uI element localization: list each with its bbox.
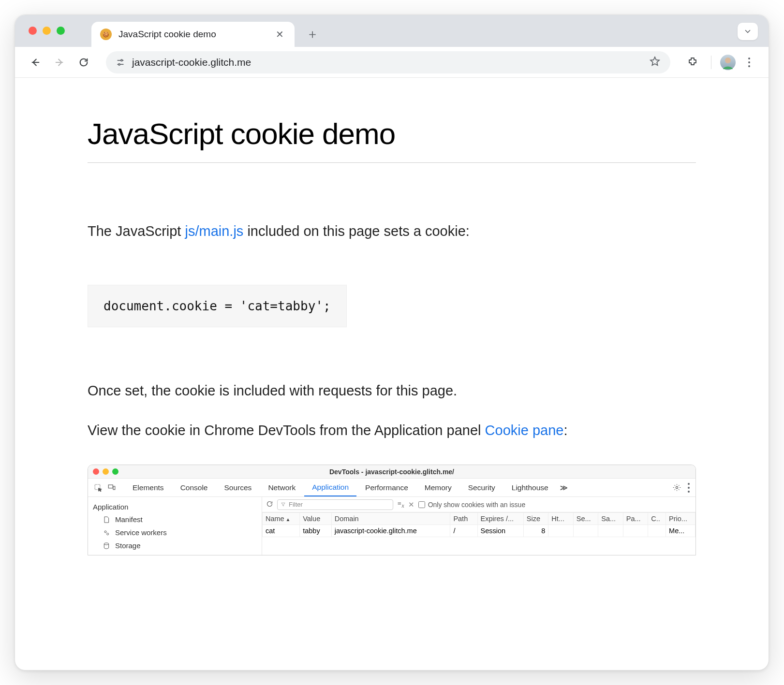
dt-filter-expression-icon[interactable]: ≡x (397, 500, 404, 509)
th-expires[interactable]: Expires /... (477, 513, 523, 525)
paragraph-devtools: View the cookie in Chrome DevTools from … (88, 420, 696, 440)
dt-sidebar-manifest-label: Manifest (115, 515, 143, 524)
dt-filter-placeholder: Filter (289, 501, 303, 508)
svg-point-7 (104, 531, 106, 533)
dt-tab-elements[interactable]: Elements (125, 480, 172, 496)
dt-tab-lighthouse[interactable]: Lighthouse (504, 480, 556, 496)
nav-forward-button[interactable] (50, 53, 69, 72)
svg-point-0 (121, 59, 122, 61)
th-partition[interactable]: Pa... (623, 513, 648, 525)
avatar-icon (720, 55, 736, 70)
th-path[interactable]: Path (450, 513, 477, 525)
browser-tab[interactable]: 🍪 JavaScript cookie demo ✕ (91, 22, 295, 47)
svg-rect-5 (113, 486, 115, 490)
th-domain[interactable]: Domain (331, 513, 450, 525)
cell-secure (573, 525, 598, 537)
svg-rect-4 (108, 485, 113, 488)
devtools-inspect-tools[interactable] (94, 483, 116, 492)
th-size[interactable]: Size (523, 513, 548, 525)
dt-sidebar-storage-label: Storage (115, 541, 141, 550)
cell-value: tabby (300, 525, 332, 537)
th-priority[interactable]: Prio... (666, 513, 695, 525)
page-viewport[interactable]: JavaScript cookie demo The JavaScript js… (15, 78, 769, 670)
dt-tab-console[interactable]: Console (173, 480, 216, 496)
th-name[interactable]: Name (263, 513, 300, 525)
dt-tab-security[interactable]: Security (460, 480, 503, 496)
svg-point-9 (104, 543, 108, 545)
th-value[interactable]: Value (300, 513, 332, 525)
cell-prio: Me... (666, 525, 695, 537)
file-icon (103, 516, 110, 524)
devtools-screenshot: DevTools - javascript-cookie.glitch.me/ … (88, 465, 696, 555)
th-http[interactable]: Ht... (548, 513, 573, 525)
cell-same (598, 525, 623, 537)
toolbar-separator (711, 56, 711, 69)
dt-sidebar-manifest[interactable]: Manifest (88, 513, 262, 526)
cookie-pane-link[interactable]: Cookie pane (485, 423, 564, 438)
device-icon (107, 483, 116, 492)
address-bar[interactable]: javascript-cookie.glitch.me (106, 51, 670, 73)
dt-tabs-overflow[interactable]: ≫ (560, 483, 568, 492)
puzzle-icon (687, 57, 698, 68)
window-traffic-lights[interactable] (29, 27, 65, 35)
tab-search-dropdown[interactable] (738, 23, 758, 40)
cell-cross (648, 525, 666, 537)
gear-icon[interactable] (673, 483, 681, 492)
site-settings-icon[interactable] (116, 58, 125, 67)
dt-tab-performance[interactable]: Performance (357, 480, 416, 496)
cell-name: cat (263, 525, 300, 537)
dt-only-issue-label: Only show cookies with an issue (428, 501, 526, 509)
new-tab-button[interactable]: ＋ (302, 24, 323, 44)
devtools-body: Application Manifest Service workers Sto… (88, 497, 695, 555)
th-crosssite[interactable]: C.. (648, 513, 666, 525)
cookie-row[interactable]: cat tabby javascript-cookie.glitch.me / … (263, 525, 695, 537)
inspect-icon (94, 483, 103, 492)
window-zoom-button[interactable] (57, 27, 65, 35)
url-text: javascript-cookie.glitch.me (132, 57, 642, 68)
cookies-header-row: Name Value Domain Path Expires /... Size… (263, 513, 695, 525)
cell-path: / (450, 525, 477, 537)
dt-sidebar-heading: Application (88, 501, 262, 513)
devtools-sidebar: Application Manifest Service workers Sto… (88, 497, 262, 555)
intro-suffix: included on this page sets a cookie: (243, 223, 470, 239)
th-secure[interactable]: Se... (573, 513, 598, 525)
reload-icon (78, 57, 89, 68)
dt-tab-network[interactable]: Network (260, 480, 303, 496)
paragraph-explain: Once set, the cookie is included with re… (88, 380, 696, 401)
tab-close-button[interactable]: ✕ (274, 27, 286, 42)
devtools-main: Filter ≡x ✕ Only show cookies with an is… (262, 497, 695, 555)
p3-suffix: : (563, 423, 567, 438)
intro-prefix: The JavaScript (88, 223, 185, 239)
gears-icon (103, 529, 110, 537)
cell-part (623, 525, 648, 537)
dt-tab-sources[interactable]: Sources (217, 480, 260, 496)
dt-filter-bar: Filter ≡x ✕ Only show cookies with an is… (262, 497, 695, 512)
dt-filter-input[interactable]: Filter (277, 499, 393, 510)
profile-avatar[interactable] (720, 55, 736, 70)
window-minimize-button[interactable] (43, 27, 51, 35)
dt-sidebar-sw-label: Service workers (115, 528, 167, 537)
bookmark-star-button[interactable] (649, 56, 661, 69)
dt-tab-memory[interactable]: Memory (417, 480, 459, 496)
extensions-button[interactable] (683, 53, 702, 72)
reload-button[interactable] (74, 53, 93, 72)
mainjs-link[interactable]: js/main.js (185, 223, 243, 239)
browser-menu-button[interactable] (740, 54, 758, 71)
th-samesite[interactable]: Sa... (598, 513, 623, 525)
dt-sidebar-storage[interactable]: Storage (88, 539, 262, 552)
dt-clear-button[interactable]: ✕ (408, 500, 414, 509)
dt-tab-application[interactable]: Application (304, 479, 356, 496)
devtools-menu-button[interactable] (688, 483, 690, 493)
cell-domain: javascript-cookie.glitch.me (331, 525, 450, 537)
dt-sidebar-service-workers[interactable]: Service workers (88, 526, 262, 539)
devtools-traffic-lights (93, 468, 118, 475)
tab-strip: 🍪 JavaScript cookie demo ✕ ＋ (15, 15, 769, 47)
dt-only-issue-input[interactable] (418, 501, 425, 508)
window-close-button[interactable] (29, 27, 37, 35)
dt-only-issue-checkbox[interactable]: Only show cookies with an issue (418, 501, 526, 509)
cookies-table: Name Value Domain Path Expires /... Size… (262, 512, 695, 537)
devtools-title: DevTools - javascript-cookie.glitch.me/ (329, 468, 454, 476)
browser-toolbar: javascript-cookie.glitch.me (15, 47, 769, 78)
dt-refresh-button[interactable] (266, 500, 273, 509)
nav-back-button[interactable] (26, 53, 45, 72)
